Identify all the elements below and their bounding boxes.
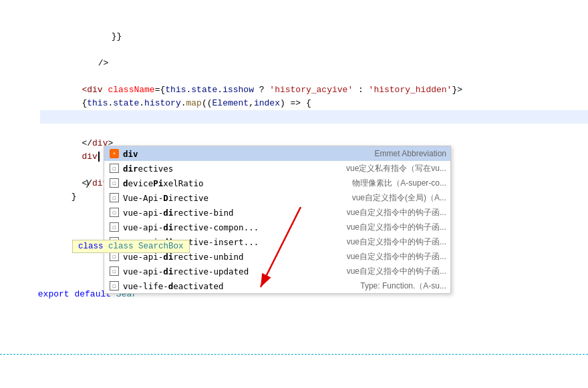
autocomplete-desc-directive-unbind: vue自定义指令中的钩子函... (347, 251, 446, 262)
autocomplete-item-devicepixelratio[interactable]: ☐ devicePixelRatio 物理像素比（A-super-co... (104, 176, 450, 190)
autocomplete-label-directive-compon: vue-api-directive-compon... (123, 222, 340, 232)
snippet-icon-2: ☐ (108, 177, 120, 189)
autocomplete-desc-div: Emmet Abbreviation (375, 149, 446, 158)
code-line-2 (40, 17, 588, 30)
autocomplete-label-directives: directives (123, 164, 339, 174)
autocomplete-desc-directive-compon: vue自定义指令中的钩子函... (347, 222, 446, 233)
bottom-dashed-line (0, 354, 588, 355)
code-line-4: <div className={this.state.isshow ? 'his… (40, 43, 588, 57)
autocomplete-item-directive-compon[interactable]: ☐ vue-api-directive-compon... vue自定义指令中的… (104, 220, 450, 234)
autocomplete-label-directive-updated: vue-api-directive-updated (123, 266, 340, 276)
emmet-icon: ⚡ (108, 148, 120, 160)
code-line-7: })} (40, 83, 588, 97)
autocomplete-item-directives[interactable]: ☐ directives vue定义私有指令（写在vu... (104, 161, 450, 176)
autocomplete-label-deactivated: vue-life-deactivated (123, 281, 353, 291)
label-bold: div (123, 149, 138, 159)
autocomplete-item-directive-bind[interactable]: ☐ vue-api-directive-bind vue自定义指令中的钩子函..… (104, 205, 450, 220)
snippet-icon-9: ☐ (108, 280, 120, 292)
snippet-icon-8: ☐ (108, 265, 120, 277)
autocomplete-label-devicepixelratio: devicePixelRatio (123, 178, 345, 188)
autocomplete-label-directive-bind: vue-api-directive-bind (123, 208, 340, 218)
autocomplete-desc-directive-bind: vue自定义指令中的钩子函... (347, 207, 446, 218)
autocomplete-desc-directive-insert: vue自定义指令中的钩子函... (347, 236, 446, 248)
code-line-cursor: div (40, 110, 588, 124)
code-line-1: }} (40, 3, 588, 17)
editor-area: }} /> <div className={this.state.isshow … (0, 0, 588, 388)
snippet-icon-5: ☐ (108, 221, 120, 233)
snippet-icon-1: ☐ (108, 162, 120, 174)
snippet-icon-4: ☐ (108, 206, 120, 218)
autocomplete-item-vue-api-directive[interactable]: ☐ Vue-Api-Directive vue自定义指令(全局)（A... (104, 190, 450, 205)
autocomplete-desc-directives: vue定义私有指令（写在vu... (346, 163, 446, 174)
code-line-5: {this.state.history.map((Element,index) … (40, 57, 588, 70)
autocomplete-item-deactivated[interactable]: ☐ vue-life-deactivated Type: Function.（A… (104, 278, 450, 293)
autocomplete-desc-deactivated: Type: Function.（A-su... (360, 280, 446, 292)
code-line-6: return <div className={this.state.select… (40, 70, 588, 83)
code-line-3: /> (40, 30, 588, 43)
autocomplete-dropdown[interactable]: ⚡ div Emmet Abbreviation ☐ directives vu… (104, 146, 451, 294)
snippet-icon-3: ☐ (108, 192, 120, 204)
autocomplete-item-directive-updated[interactable]: ☐ vue-api-directive-updated vue自定义指令中的钩子… (104, 264, 450, 278)
code-line-8: </div> (40, 97, 588, 110)
code-line-10 (40, 124, 588, 137)
autocomplete-item-div[interactable]: ⚡ div Emmet Abbreviation (104, 146, 450, 161)
autocomplete-desc-directive-updated: vue自定义指令中的钩子函... (347, 266, 446, 277)
autocomplete-label-div: div (123, 149, 368, 159)
tooltip-searchbox: class class SearchBox (72, 240, 190, 253)
autocomplete-label-vue-api-directive: Vue-Api-Directive (123, 193, 345, 203)
autocomplete-desc-vue-api-directive: vue自定义指令(全局)（A... (352, 192, 446, 204)
autocomplete-desc-devicepixelratio: 物理像素比（A-super-co... (352, 178, 446, 189)
